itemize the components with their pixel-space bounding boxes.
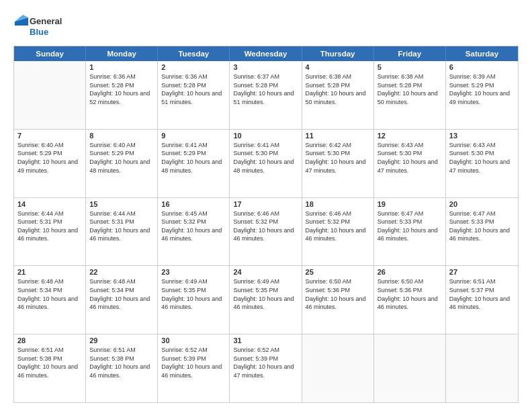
daylight-text: Daylight: 10 hours and 49 minutes. (449, 89, 515, 106)
daylight-text: Daylight: 10 hours and 51 minutes. (161, 89, 226, 106)
sunset-text: Sunset: 5:30 PM (306, 149, 370, 158)
calendar-week-3: 14 Sunrise: 6:44 AM Sunset: 5:31 PM Dayl… (14, 198, 518, 267)
daylight-text: Daylight: 10 hours and 46 minutes. (17, 226, 82, 243)
sunrise-text: Sunrise: 6:42 AM (306, 141, 370, 150)
calendar-day-13: 13 Sunrise: 6:43 AM Sunset: 5:30 PM Dayl… (446, 130, 518, 197)
logo-line2: Blue (30, 27, 62, 38)
daylight-text: Daylight: 10 hours and 48 minutes. (233, 158, 298, 175)
daylight-text: Daylight: 10 hours and 46 minutes. (17, 295, 82, 312)
page: General Blue SundayMondayTuesdayWednesda… (0, 0, 532, 411)
sunset-text: Sunset: 5:28 PM (306, 81, 370, 90)
daylight-text: Daylight: 10 hours and 46 minutes. (449, 295, 515, 312)
calendar-week-5: 28 Sunrise: 6:51 AM Sunset: 5:38 PM Dayl… (14, 334, 518, 402)
sunset-text: Sunset: 5:34 PM (17, 286, 82, 295)
calendar-empty-cell (446, 334, 518, 402)
daylight-text: Daylight: 10 hours and 46 minutes. (378, 295, 442, 312)
day-number: 25 (306, 268, 370, 276)
daylight-text: Daylight: 10 hours and 46 minutes. (306, 295, 370, 312)
calendar-day-20: 20 Sunrise: 6:47 AM Sunset: 5:33 PM Dayl… (446, 198, 518, 266)
calendar-day-17: 17 Sunrise: 6:46 AM Sunset: 5:32 PM Dayl… (230, 198, 302, 266)
day-number: 19 (378, 200, 442, 208)
calendar-day-14: 14 Sunrise: 6:44 AM Sunset: 5:31 PM Dayl… (14, 198, 86, 266)
sunset-text: Sunset: 5:29 PM (161, 149, 226, 158)
sunset-text: Sunset: 5:31 PM (89, 218, 154, 226)
sunrise-text: Sunrise: 6:52 AM (161, 346, 226, 355)
day-number: 27 (449, 268, 515, 276)
sunset-text: Sunset: 5:28 PM (89, 81, 154, 90)
sunrise-text: Sunrise: 6:40 AM (89, 141, 154, 150)
calendar-week-4: 21 Sunrise: 6:48 AM Sunset: 5:34 PM Dayl… (14, 266, 518, 334)
sunrise-text: Sunrise: 6:43 AM (449, 141, 515, 150)
sunset-text: Sunset: 5:29 PM (17, 149, 82, 158)
daylight-text: Daylight: 10 hours and 46 minutes. (89, 363, 154, 379)
daylight-text: Daylight: 10 hours and 46 minutes. (233, 295, 298, 312)
day-number: 15 (89, 200, 154, 208)
sunset-text: Sunset: 5:39 PM (161, 355, 226, 363)
day-number: 9 (161, 132, 226, 140)
sunrise-text: Sunrise: 6:49 AM (161, 277, 226, 286)
daylight-text: Daylight: 10 hours and 47 minutes. (233, 363, 298, 379)
sunset-text: Sunset: 5:30 PM (233, 149, 298, 158)
sunrise-text: Sunrise: 6:38 AM (306, 73, 370, 81)
sunset-text: Sunset: 5:28 PM (233, 81, 298, 90)
daylight-text: Daylight: 10 hours and 48 minutes. (161, 158, 226, 175)
day-number: 2 (161, 63, 226, 71)
sunset-text: Sunset: 5:37 PM (449, 286, 515, 295)
day-number: 21 (17, 268, 82, 276)
daylight-text: Daylight: 10 hours and 46 minutes. (233, 226, 298, 243)
calendar-header: SundayMondayTuesdayWednesdayThursdayFrid… (14, 46, 518, 61)
day-number: 3 (233, 63, 298, 71)
calendar-header-sunday: Sunday (14, 46, 86, 61)
daylight-text: Daylight: 10 hours and 46 minutes. (17, 363, 82, 379)
calendar: SundayMondayTuesdayWednesdayThursdayFrid… (13, 46, 519, 403)
day-number: 22 (89, 268, 154, 276)
sunset-text: Sunset: 5:39 PM (233, 355, 298, 363)
calendar-header-saturday: Saturday (446, 46, 518, 61)
sunset-text: Sunset: 5:33 PM (449, 218, 515, 226)
sunrise-text: Sunrise: 6:47 AM (378, 210, 442, 218)
calendar-day-6: 6 Sunrise: 6:39 AM Sunset: 5:29 PM Dayli… (446, 61, 518, 129)
sunrise-text: Sunrise: 6:50 AM (378, 277, 442, 286)
calendar-day-1: 1 Sunrise: 6:36 AM Sunset: 5:28 PM Dayli… (86, 61, 158, 129)
day-number: 23 (161, 268, 226, 276)
calendar-day-7: 7 Sunrise: 6:40 AM Sunset: 5:29 PM Dayli… (14, 130, 86, 197)
day-number: 14 (17, 200, 82, 208)
day-number: 26 (378, 268, 442, 276)
sunrise-text: Sunrise: 6:41 AM (233, 141, 298, 150)
sunset-text: Sunset: 5:29 PM (449, 81, 515, 90)
sunset-text: Sunset: 5:31 PM (17, 218, 82, 226)
calendar-day-28: 28 Sunrise: 6:51 AM Sunset: 5:38 PM Dayl… (14, 334, 86, 402)
day-number: 30 (161, 336, 226, 345)
day-number: 13 (449, 132, 515, 140)
sunrise-text: Sunrise: 6:49 AM (233, 277, 298, 286)
day-number: 29 (89, 336, 154, 345)
calendar-day-12: 12 Sunrise: 6:43 AM Sunset: 5:30 PM Dayl… (374, 130, 446, 197)
day-number: 17 (233, 200, 298, 208)
sunrise-text: Sunrise: 6:44 AM (17, 210, 82, 218)
calendar-empty-cell (14, 61, 86, 129)
daylight-text: Daylight: 10 hours and 47 minutes. (378, 158, 442, 175)
day-number: 20 (449, 200, 515, 208)
calendar-day-18: 18 Sunrise: 6:46 AM Sunset: 5:32 PM Dayl… (302, 198, 374, 266)
sunset-text: Sunset: 5:30 PM (378, 149, 442, 158)
calendar-day-24: 24 Sunrise: 6:49 AM Sunset: 5:35 PM Dayl… (230, 266, 302, 334)
calendar-body: 1 Sunrise: 6:36 AM Sunset: 5:28 PM Dayli… (14, 61, 518, 402)
calendar-day-27: 27 Sunrise: 6:51 AM Sunset: 5:37 PM Dayl… (446, 266, 518, 334)
daylight-text: Daylight: 10 hours and 46 minutes. (378, 226, 442, 243)
sunrise-text: Sunrise: 6:51 AM (17, 346, 82, 355)
daylight-text: Daylight: 10 hours and 50 minutes. (306, 89, 370, 106)
day-number: 8 (89, 132, 154, 140)
daylight-text: Daylight: 10 hours and 46 minutes. (89, 226, 154, 243)
calendar-header-monday: Monday (86, 46, 158, 61)
daylight-text: Daylight: 10 hours and 46 minutes. (306, 226, 370, 243)
calendar-week-2: 7 Sunrise: 6:40 AM Sunset: 5:29 PM Dayli… (14, 130, 518, 198)
sunrise-text: Sunrise: 6:39 AM (449, 73, 515, 81)
day-number: 24 (233, 268, 298, 276)
calendar-empty-cell (302, 334, 374, 402)
sunset-text: Sunset: 5:28 PM (378, 81, 442, 90)
day-number: 16 (161, 200, 226, 208)
sunset-text: Sunset: 5:36 PM (378, 286, 442, 295)
daylight-text: Daylight: 10 hours and 52 minutes. (89, 89, 154, 106)
sunrise-text: Sunrise: 6:46 AM (233, 210, 298, 218)
calendar-day-21: 21 Sunrise: 6:48 AM Sunset: 5:34 PM Dayl… (14, 266, 86, 334)
